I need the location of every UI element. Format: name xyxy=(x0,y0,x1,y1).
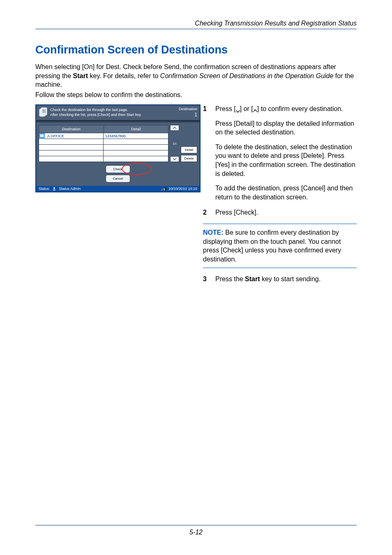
toner-icon xyxy=(161,187,166,190)
step-3: 3 Press the Start key to start sending. xyxy=(203,275,357,284)
screenshot-header-right: Destination 1 xyxy=(179,107,197,118)
highlight-oval xyxy=(122,163,152,175)
intro-l2a: pressing the xyxy=(35,72,73,79)
destinations-table: Destination Detail A OFFICE 1234567890 xyxy=(39,125,168,162)
intro-paragraph: When selecting [On] for Dest. Check befo… xyxy=(35,62,357,89)
note-text: Be sure to confirm every destination by … xyxy=(203,229,341,263)
footer-rule xyxy=(35,525,357,525)
intro-l1: When selecting [On] for Dest. Check befo… xyxy=(35,63,336,70)
user-icon xyxy=(53,187,56,190)
note-label: NOTE: xyxy=(203,229,224,236)
screenshot-buttons-2: Cancel xyxy=(39,175,197,183)
s3p1b: Start xyxy=(245,275,260,282)
cell-detail: 1234567890 xyxy=(104,134,168,138)
scroll-up-button[interactable] xyxy=(170,125,179,131)
step-2: 2 Press [Check]. xyxy=(203,208,357,217)
cancel-button[interactable]: Cancel xyxy=(106,175,130,183)
intro-l3: machine. xyxy=(35,81,62,88)
step-number: 2 xyxy=(203,208,215,217)
s3p1c: key to start sending. xyxy=(260,275,321,282)
running-header: Checking Transmission Results and Regist… xyxy=(195,20,357,27)
table-row[interactable]: A OFFICE 1234567890 xyxy=(39,133,168,139)
s1p1b: ] or [ xyxy=(240,105,253,112)
steps-column: 1 Press [] or [] to confirm every destin… xyxy=(203,104,357,290)
col-destination: Destination xyxy=(39,125,104,133)
step-number: 3 xyxy=(203,275,215,284)
col-detail: Detail xyxy=(104,125,168,133)
screenshot-dest-count: 1 xyxy=(179,112,197,118)
status-time: 10/10/2010 10:10 xyxy=(168,187,197,191)
chevron-up-icon xyxy=(173,126,177,130)
table-row xyxy=(39,139,168,145)
follow-line: Follow the steps below to confirm the de… xyxy=(35,91,357,99)
delete-button[interactable]: Delete xyxy=(181,155,197,162)
screenshot-header-line1: Check the destination list through the l… xyxy=(50,108,179,113)
page-indicator: 1/1 xyxy=(170,131,179,156)
step-body: Press the Start key to start sending. xyxy=(215,275,357,284)
screenshot-header-text: Check the destination list through the l… xyxy=(50,108,179,117)
s1p1c: ] to confirm every destination. xyxy=(257,105,343,112)
s1p4: To add the destination, press [Cancel] a… xyxy=(215,184,357,201)
page-title: Confirmation Screen of Destinations xyxy=(35,44,228,56)
table-row xyxy=(39,145,168,150)
intro-l2e: for the xyxy=(333,72,354,79)
cell-dest: A OFFICE xyxy=(47,134,64,138)
s1p2: Press [Detail] to display the detailed i… xyxy=(215,119,357,137)
destinations-area: Destination Detail A OFFICE 1234567890 xyxy=(39,125,197,162)
s1p3: To delete the destination, select the de… xyxy=(215,143,357,178)
table-row xyxy=(39,150,168,156)
step-1: 1 Press [] or [] to confirm every destin… xyxy=(203,104,357,201)
header-rule xyxy=(35,29,357,29)
table-row xyxy=(39,156,168,162)
s2p1: Press [Check]. xyxy=(215,208,357,217)
status-user: Status Admin xyxy=(59,187,81,191)
screenshot-body: Destination Detail A OFFICE 1234567890 xyxy=(36,123,200,186)
page-number: 5-12 xyxy=(0,529,392,536)
action-column: Detail Delete xyxy=(181,125,197,162)
chevron-up-icon xyxy=(253,108,257,112)
intro-l2c: key. For details, refer to xyxy=(88,72,160,79)
table-header: Destination Detail xyxy=(39,125,168,133)
chevron-down-icon xyxy=(236,108,240,112)
s1p1a: Press [ xyxy=(215,105,236,112)
screenshot-header: Check the destination list through the l… xyxy=(36,105,200,120)
confirmation-screenshot: Check the destination list through the l… xyxy=(35,104,201,192)
status-bar: Status Status Admin 10/10/2010 10:10 xyxy=(36,186,200,192)
status-button[interactable]: Status xyxy=(39,187,49,191)
note-box: NOTE: Be sure to confirm every destinati… xyxy=(203,224,357,268)
scroll-column: 1/1 xyxy=(170,125,179,162)
screenshot-dest-label: Destination xyxy=(179,107,197,112)
document-stack-icon xyxy=(39,107,48,118)
step-body: Press [] or [] to confirm every destinat… xyxy=(215,104,357,201)
intro-start: Start xyxy=(73,72,88,79)
chevron-down-icon xyxy=(173,157,177,161)
s3p1a: Press the xyxy=(215,275,245,282)
intro-ref: Confirmation Screen of Destinations in t… xyxy=(160,72,334,79)
step-number: 1 xyxy=(203,104,215,201)
step-body: Press [Check]. xyxy=(215,208,357,217)
screenshot-buttons: Check xyxy=(39,165,197,173)
svg-rect-1 xyxy=(41,108,47,115)
detail-button[interactable]: Detail xyxy=(181,146,197,153)
svg-point-5 xyxy=(53,187,55,189)
fax-icon xyxy=(39,133,45,139)
screenshot-header-line2: After checking the list, press [Check] a… xyxy=(50,113,179,118)
scroll-down-button[interactable] xyxy=(170,156,179,162)
